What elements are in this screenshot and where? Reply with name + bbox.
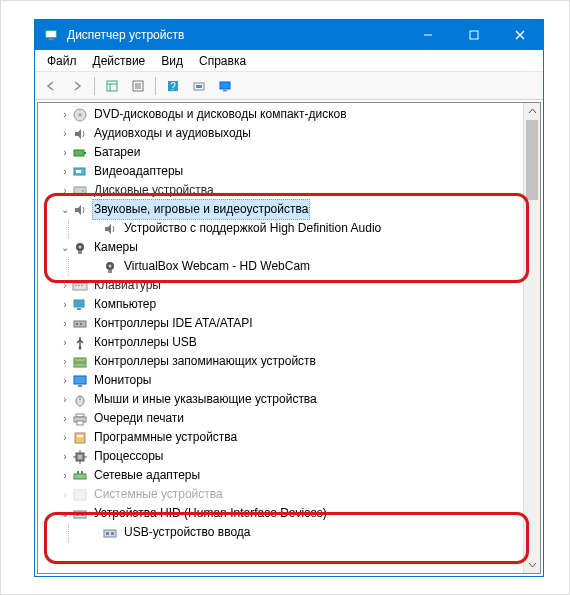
tree-node-hid[interactable]: ⌄ Устройства HID (Human Interface Device… (38, 504, 523, 523)
tree-node-system-devices-cut[interactable]: › Системные устройства (38, 485, 523, 504)
expand-icon[interactable]: › (58, 371, 72, 390)
tree-node-webcam[interactable]: VirtualBox Webcam - HD WebCam (38, 257, 523, 276)
tree-node-audio-io[interactable]: › Аудиовходы и аудиовыходы (38, 124, 523, 143)
expand-icon[interactable]: › (58, 314, 72, 333)
tree-label: Мониторы (92, 371, 153, 390)
tree-node-software-devices[interactable]: › Программные устройства (38, 428, 523, 447)
svg-point-28 (79, 245, 82, 248)
tree-node-print-queues[interactable]: › Очереди печати (38, 409, 523, 428)
scroll-up-button[interactable] (524, 103, 540, 120)
menu-help[interactable]: Справка (191, 54, 254, 68)
tree-label: Компьютер (92, 295, 158, 314)
toolbar: ? (35, 72, 543, 100)
back-button[interactable] (39, 75, 63, 97)
expand-icon[interactable]: › (58, 466, 72, 485)
svg-rect-67 (104, 530, 116, 537)
svg-point-26 (82, 190, 84, 192)
tree-node-keyboards[interactable]: › Клавиатуры (38, 276, 523, 295)
expand-icon[interactable]: › (58, 333, 72, 352)
printer-icon (72, 411, 88, 427)
close-button[interactable] (497, 20, 543, 50)
help-button[interactable]: ? (161, 75, 185, 97)
expand-icon[interactable]: › (58, 162, 72, 181)
svg-rect-46 (78, 385, 82, 387)
scroll-down-button[interactable] (524, 556, 540, 573)
svg-rect-18 (223, 90, 227, 92)
tree-node-ide-ata[interactable]: › Контроллеры IDE ATA/ATAPI (38, 314, 523, 333)
expand-icon[interactable]: › (58, 390, 72, 409)
properties-button[interactable] (126, 75, 150, 97)
expand-icon[interactable]: › (58, 105, 72, 124)
tree-node-hd-audio[interactable]: Устройство с поддержкой High Definition … (38, 219, 523, 238)
controller-icon (72, 316, 88, 332)
svg-rect-69 (111, 532, 114, 535)
tree-node-batteries[interactable]: › Батареи (38, 143, 523, 162)
monitor-button[interactable] (213, 75, 237, 97)
collapse-icon[interactable]: ⌄ (58, 200, 72, 219)
tree-node-video-adapters[interactable]: › Видеоадаптеры (38, 162, 523, 181)
show-hide-button[interactable] (100, 75, 124, 97)
window-title: Диспетчер устройств (67, 28, 405, 42)
tree-node-sound-game-video[interactable]: ⌄ Звуковые, игровые и видеоустройства (38, 200, 523, 219)
tree-label: Очереди печати (92, 409, 186, 428)
forward-button[interactable] (65, 75, 89, 97)
minimize-button[interactable] (405, 20, 451, 50)
disk-icon (72, 183, 88, 199)
scan-button[interactable] (187, 75, 211, 97)
svg-rect-6 (107, 81, 117, 91)
expand-icon[interactable]: › (58, 352, 72, 371)
app-icon (43, 27, 59, 43)
svg-rect-29 (78, 251, 82, 254)
collapse-icon[interactable]: ⌄ (58, 238, 72, 257)
expand-icon[interactable]: › (58, 428, 72, 447)
scrollbar-track[interactable] (524, 120, 540, 556)
tree-label: USB-устройство ввода (122, 523, 253, 542)
tree-label: VirtualBox Webcam - HD WebCam (122, 257, 312, 276)
menu-file[interactable]: Файл (39, 54, 85, 68)
titlebar[interactable]: Диспетчер устройств (35, 20, 543, 50)
tree-node-dvd[interactable]: › DVD-дисководы и дисководы компакт-диск… (38, 105, 523, 124)
tree-node-processors[interactable]: › Процессоры (38, 447, 523, 466)
speaker-icon (72, 126, 88, 142)
expand-icon[interactable]: › (58, 124, 72, 143)
tree-node-computer[interactable]: › Компьютер (38, 295, 523, 314)
tree-node-mice[interactable]: › Мыши и иные указывающие устройства (38, 390, 523, 409)
tree-node-usb-controllers[interactable]: › Контроллеры USB (38, 333, 523, 352)
scrollbar-thumb[interactable] (526, 120, 538, 200)
svg-rect-65 (76, 513, 79, 516)
usb-icon (72, 335, 88, 351)
tree-label: Программные устройства (92, 428, 239, 447)
network-icon (72, 468, 88, 484)
svg-rect-40 (76, 323, 78, 325)
tree-node-network-adapters[interactable]: › Сетевые адаптеры (38, 466, 523, 485)
maximize-button[interactable] (451, 20, 497, 50)
tree-node-disk-devices[interactable]: › Дисковые устройства (38, 181, 523, 200)
menu-view[interactable]: Вид (153, 54, 191, 68)
tree-label: Видеоадаптеры (92, 162, 185, 181)
tree-node-storage-controllers[interactable]: › Контроллеры запоминающих устройств (38, 352, 523, 371)
expand-icon[interactable]: › (58, 276, 72, 295)
menu-action[interactable]: Действие (85, 54, 154, 68)
svg-rect-61 (77, 471, 79, 474)
expand-icon[interactable]: › (58, 409, 72, 428)
device-tree[interactable]: › DVD-дисководы и дисководы компакт-диск… (38, 103, 523, 573)
expand-icon[interactable]: › (58, 181, 72, 200)
svg-rect-60 (74, 474, 86, 479)
mouse-icon (72, 392, 88, 408)
expand-icon[interactable]: › (58, 295, 72, 314)
collapse-icon[interactable]: ⌄ (58, 504, 72, 523)
keyboard-icon (72, 278, 88, 294)
svg-text:?: ? (170, 81, 176, 92)
scrollbar[interactable] (523, 103, 540, 573)
svg-rect-16 (196, 85, 202, 88)
expand-icon[interactable]: › (58, 143, 72, 162)
expand-icon[interactable]: › (58, 447, 72, 466)
tree-label: Контроллеры USB (92, 333, 199, 352)
tree-node-usb-input[interactable]: USB-устройство ввода (38, 523, 523, 542)
svg-rect-24 (76, 170, 81, 173)
svg-rect-44 (74, 363, 86, 367)
expand-icon[interactable]: › (58, 485, 72, 504)
tree-node-cameras[interactable]: ⌄ Камеры (38, 238, 523, 257)
device-manager-window: Диспетчер устройств Файл Действие Вид Сп… (34, 19, 544, 577)
tree-node-monitors[interactable]: › Мониторы (38, 371, 523, 390)
